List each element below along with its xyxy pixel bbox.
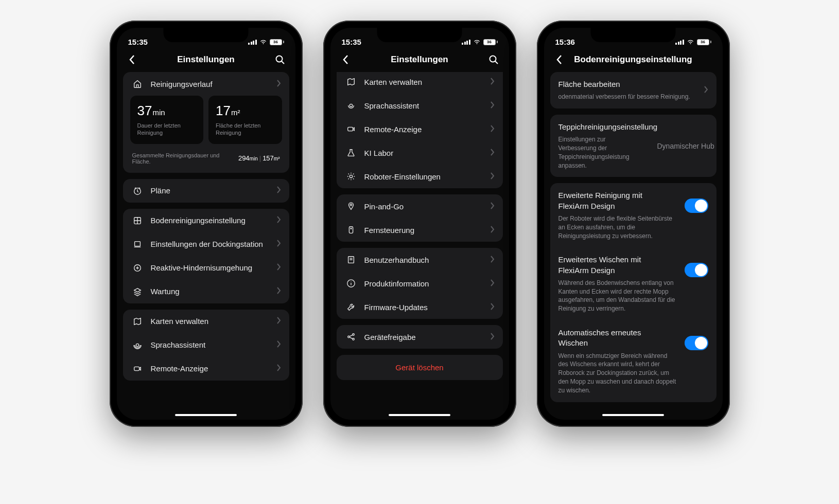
floor-cleaning-row[interactable]: Bodenreinigungseinstellung bbox=[123, 209, 289, 232]
chevron-right-icon bbox=[277, 186, 281, 195]
wifi-icon bbox=[473, 39, 481, 45]
plans-row[interactable]: Pläne bbox=[123, 179, 289, 203]
svg-point-7 bbox=[490, 56, 496, 62]
grid-icon bbox=[131, 216, 144, 225]
maps-row[interactable]: Karten verwalten bbox=[123, 310, 289, 333]
manual-row[interactable]: Benutzerhandbuch bbox=[337, 248, 503, 272]
back-button[interactable] bbox=[125, 55, 139, 65]
phone-3: 15:36 36 Bodenreinigungseinstellung Fläc… bbox=[537, 21, 730, 427]
dock-icon bbox=[131, 240, 144, 249]
svg-rect-9 bbox=[347, 127, 353, 131]
svg-rect-12 bbox=[349, 227, 353, 233]
remote-display-row[interactable]: Remote-Anzeige bbox=[123, 357, 289, 381]
svg-point-11 bbox=[350, 204, 352, 206]
phone-1: 15:35 36 Einstellungen bbox=[110, 21, 303, 427]
house-icon bbox=[131, 79, 144, 88]
chevron-right-icon bbox=[277, 80, 281, 88]
cleaning-history-row[interactable]: Reinigungsverlauf bbox=[123, 72, 289, 96]
page-title: Einstellungen bbox=[353, 55, 486, 65]
flask-icon bbox=[345, 148, 357, 157]
notch bbox=[164, 28, 249, 42]
search-button[interactable] bbox=[486, 55, 501, 65]
map-icon bbox=[345, 77, 357, 86]
device-share-row[interactable]: Gerätefreigabe bbox=[337, 325, 503, 349]
product-info-row[interactable]: Produktinformation bbox=[337, 272, 503, 295]
cellular-icon bbox=[462, 40, 470, 45]
status-time: 15:35 bbox=[342, 38, 361, 46]
flexiarm-mop-row: Erweitertes Wischen mit FlexiArm Design … bbox=[550, 247, 716, 320]
share-icon bbox=[345, 332, 357, 341]
svg-point-16 bbox=[347, 336, 349, 338]
page-title: Bodenreinigungseinstellung bbox=[567, 55, 700, 65]
battery-icon: 36 bbox=[697, 39, 711, 45]
auto-remop-row: Automatisches erneutes Wischen Wenn ein … bbox=[550, 320, 716, 402]
totals-label: Gesammelte Reinigungsdauer und Fläche. bbox=[132, 152, 221, 165]
clock-icon bbox=[131, 186, 144, 195]
cellular-icon bbox=[675, 40, 684, 45]
settings-group-a: Bodenreinigungseinstellung Einstellungen… bbox=[123, 209, 289, 303]
flexiarm-clean-row: Erweiterte Reinigung mit FlexiArm Design… bbox=[550, 183, 716, 247]
maps-row[interactable]: Karten verwalten bbox=[337, 72, 503, 94]
firmware-row[interactable]: Firmware-Updates bbox=[337, 295, 503, 319]
search-button[interactable] bbox=[273, 55, 287, 65]
status-time: 15:35 bbox=[128, 38, 148, 46]
robot-settings-row[interactable]: Roboter-Einstellungen bbox=[337, 165, 503, 188]
stat-area: 17m² Fläche der letzten Reinigung bbox=[208, 96, 282, 144]
edit-area-row[interactable]: Fläche bearbeiten odenmaterial verbesser… bbox=[550, 72, 716, 109]
voice-icon bbox=[345, 101, 357, 110]
obstacle-row[interactable]: Reaktive-Hindernisumgehung bbox=[123, 256, 289, 280]
svg-point-5 bbox=[136, 344, 138, 346]
settings-group-b: Karten verwalten Sprachassistent Remote-… bbox=[123, 310, 289, 381]
ai-icon bbox=[131, 263, 144, 273]
wrench-icon bbox=[345, 302, 357, 312]
notch bbox=[377, 28, 462, 42]
notch bbox=[591, 28, 676, 42]
cellular-icon bbox=[248, 40, 257, 45]
page-title: Einstellungen bbox=[139, 55, 273, 65]
back-button[interactable] bbox=[552, 55, 567, 65]
pin-and-go-row[interactable]: Pin-and-Go bbox=[337, 194, 503, 218]
remote-display-row[interactable]: Remote-Anzeige bbox=[337, 117, 503, 141]
voice-row[interactable]: Sprachassistent bbox=[337, 94, 503, 117]
svg-point-18 bbox=[352, 338, 354, 340]
layers-icon bbox=[131, 287, 144, 296]
remote-icon bbox=[345, 225, 357, 235]
delete-device-button[interactable]: Gerät löschen bbox=[337, 355, 503, 380]
camera-icon bbox=[345, 124, 357, 134]
svg-point-0 bbox=[276, 56, 282, 62]
voice-row[interactable]: Sprachassistent bbox=[123, 333, 289, 357]
voice-icon bbox=[131, 340, 144, 350]
ai-lab-row[interactable]: KI Labor bbox=[337, 141, 503, 165]
status-time: 15:36 bbox=[555, 38, 575, 46]
auto-remop-toggle[interactable] bbox=[685, 336, 708, 350]
pin-icon bbox=[345, 202, 357, 211]
back-button[interactable] bbox=[339, 55, 353, 65]
remote-control-row[interactable]: Fernsteuerung bbox=[337, 218, 503, 242]
chevron-right-icon bbox=[704, 86, 708, 95]
docking-row[interactable]: Einstellungen der Dockingstation bbox=[123, 232, 289, 256]
svg-point-8 bbox=[349, 104, 352, 106]
carpet-cleaning-row[interactable]: Teppichreinigungseinstellung Einstellung… bbox=[550, 115, 716, 177]
home-indicator[interactable] bbox=[389, 414, 450, 416]
svg-rect-3 bbox=[134, 241, 140, 246]
info-icon bbox=[345, 279, 357, 288]
home-indicator[interactable] bbox=[602, 414, 664, 416]
maintenance-row[interactable]: Wartung bbox=[123, 280, 289, 303]
svg-point-17 bbox=[352, 334, 354, 336]
home-indicator[interactable] bbox=[175, 414, 237, 416]
wifi-icon bbox=[687, 39, 694, 45]
carpet-value: Dynamischer Hub bbox=[657, 142, 714, 150]
map-icon bbox=[131, 317, 144, 326]
wifi-icon bbox=[259, 39, 267, 45]
svg-rect-6 bbox=[134, 367, 139, 370]
book-icon bbox=[345, 255, 357, 264]
battery-icon: 36 bbox=[270, 39, 284, 45]
camera-icon bbox=[131, 364, 144, 373]
svg-point-10 bbox=[349, 175, 352, 177]
gear-icon bbox=[345, 172, 357, 181]
battery-icon: 36 bbox=[483, 39, 498, 45]
totals-value: 294min|157m² bbox=[238, 154, 280, 162]
flexiarm-mop-toggle[interactable] bbox=[685, 263, 708, 277]
stat-duration: 37min Dauer der letzten Reinigung bbox=[130, 96, 204, 144]
flexiarm-clean-toggle[interactable] bbox=[685, 199, 708, 213]
